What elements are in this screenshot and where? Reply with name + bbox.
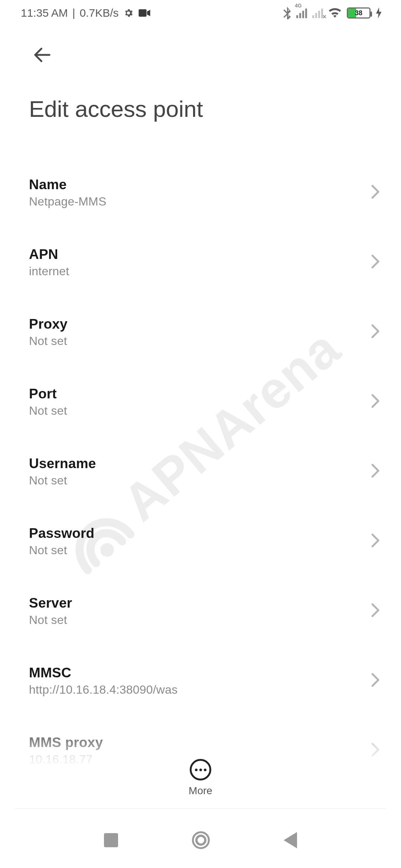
setting-value: internet (29, 264, 372, 278)
setting-label: MMSC (29, 665, 372, 681)
chevron-right-icon (371, 673, 380, 689)
chevron-right-icon (371, 463, 380, 480)
settings-list: Name Netpage-MMS APN internet Proxy Not … (0, 122, 401, 776)
battery-pct: 38 (348, 9, 369, 17)
signal-2-icon: ✕ (312, 8, 323, 18)
wifi-icon (328, 7, 342, 19)
setting-value: Not set (29, 474, 372, 487)
chevron-right-icon (371, 394, 380, 410)
setting-item-mmsc[interactable]: MMSC http://10.16.18.4:38090/was (0, 655, 401, 707)
gear-icon (123, 8, 134, 18)
setting-label: MMS proxy (29, 735, 372, 750)
status-sep: | (72, 7, 75, 19)
page-title: Edit access point (0, 68, 401, 122)
setting-item-apn[interactable]: APN internet (0, 236, 401, 288)
more-button[interactable] (190, 759, 211, 780)
setting-value: Not set (29, 334, 372, 348)
setting-item-proxy[interactable]: Proxy Not set (0, 306, 401, 358)
battery-icon: 38 (347, 7, 371, 19)
setting-item-name[interactable]: Name Netpage-MMS (0, 167, 401, 218)
chevron-right-icon (371, 324, 380, 340)
setting-value: Not set (29, 543, 372, 557)
nav-recents-button[interactable] (104, 833, 118, 847)
setting-item-password[interactable]: Password Not set (0, 515, 401, 567)
setting-label: Username (29, 456, 372, 471)
camera-icon (138, 9, 151, 17)
nav-back-button[interactable] (284, 832, 297, 848)
setting-item-server[interactable]: Server Not set (0, 585, 401, 637)
chevron-right-icon (371, 254, 380, 270)
back-button[interactable] (29, 42, 56, 68)
nav-bar (0, 812, 401, 868)
status-netspeed: 0.7KB/s (80, 7, 119, 19)
setting-value: Not set (29, 404, 372, 418)
setting-label: Password (29, 526, 372, 541)
setting-label: Name (29, 177, 372, 193)
setting-value: Not set (29, 613, 372, 627)
setting-label: Server (29, 595, 372, 611)
setting-value: http://10.16.18.4:38090/was (29, 683, 372, 697)
setting-item-port[interactable]: Port Not set (0, 376, 401, 428)
signal-1-icon: 4G (296, 8, 307, 18)
chevron-right-icon (371, 533, 380, 549)
signal-1-label: 4G (295, 3, 302, 9)
setting-label: APN (29, 247, 372, 262)
nav-home-button[interactable] (192, 831, 210, 849)
status-time: 11:35 AM (21, 7, 68, 19)
signal-2-nosim-icon: ✕ (322, 14, 327, 20)
setting-label: Port (29, 386, 372, 402)
setting-value: Netpage-MMS (29, 195, 372, 208)
chevron-right-icon (371, 603, 380, 619)
charging-icon (376, 7, 382, 19)
chevron-right-icon (371, 742, 380, 759)
status-bar: 11:35 AM | 0.7KB/s 4G ✕ (0, 0, 401, 26)
more-label: More (189, 785, 212, 797)
setting-item-username[interactable]: Username Not set (0, 445, 401, 497)
bluetooth-icon (283, 7, 291, 19)
svg-rect-1 (138, 9, 146, 17)
chevron-right-icon (371, 184, 380, 201)
divider (15, 808, 386, 809)
setting-label: Proxy (29, 316, 372, 332)
